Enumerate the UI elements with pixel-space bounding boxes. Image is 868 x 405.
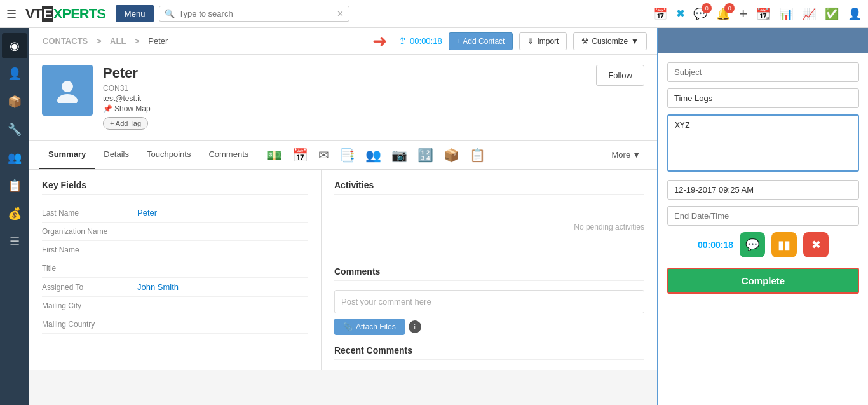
sidebar-item-contacts[interactable]: 👤: [2, 61, 27, 86]
field-assigned-to: Assigned To John Smith: [42, 278, 308, 297]
field-label-title: Title: [42, 264, 137, 273]
sidebar-item-products[interactable]: 📦: [2, 89, 27, 114]
tab-details[interactable]: Details: [95, 141, 138, 169]
timelog-panel: XYZ 00:00:18 💬 ▮▮ ✖ Complete: [657, 28, 868, 405]
chat-icon[interactable]: 💬 0: [693, 7, 707, 21]
top-navigation: ☰ VTEXPERTS Menu 🔍 ✕ 📅 ✖ 💬 0 🔔 0 + 📆 📊 📈…: [0, 0, 868, 28]
tab-touchpoints[interactable]: Touchpoints: [138, 141, 200, 169]
app-logo: VTEXPERTS: [25, 6, 105, 22]
timelog-enddate-input[interactable]: [667, 206, 859, 226]
timelog-description-field: XYZ: [667, 114, 859, 174]
tabs-bar: Summary Details Touchpoints Comments 💵 📅…: [29, 141, 657, 170]
field-title: Title: [42, 259, 308, 278]
contact-id: CON31: [103, 84, 586, 93]
timer-value: 00:00:18: [410, 36, 442, 46]
breadcrumb-all[interactable]: All: [110, 36, 126, 46]
doc-tab-icon[interactable]: 📑: [337, 145, 358, 165]
follow-button[interactable]: Follow: [596, 65, 644, 86]
more-tab[interactable]: More ▼: [606, 141, 648, 168]
content-area: Key Fields Last Name Peter Organization …: [29, 170, 657, 370]
complete-button[interactable]: Complete: [667, 268, 859, 294]
breadcrumb: CONTACTS > All > Peter: [39, 36, 171, 46]
tab-comments[interactable]: Comments: [200, 141, 257, 169]
customize-chevron: ▼: [631, 37, 639, 46]
schedule-icon[interactable]: 📆: [756, 7, 770, 21]
breadcrumb-sep1: >: [97, 36, 104, 46]
attach-files-button[interactable]: 📎 Attach Files: [334, 319, 405, 335]
import-button[interactable]: ⇓ Import: [519, 32, 567, 50]
comments-section: Comments Post your comment here 📎 Attach…: [334, 266, 644, 360]
timelog-header: [658, 28, 868, 53]
contact-avatar: [42, 65, 93, 116]
comment-input[interactable]: Post your comment here: [334, 290, 644, 313]
breadcrumb-current: Peter: [148, 36, 168, 46]
calendar-tab-icon[interactable]: 📅: [290, 145, 311, 165]
timelog-subject-input[interactable]: [667, 62, 859, 82]
timelog-description-textarea[interactable]: XYZ: [667, 114, 859, 172]
field-mailing-city: Mailing City: [42, 297, 308, 315]
grid-tab-icon[interactable]: 📷: [389, 145, 410, 165]
menu-button[interactable]: Menu: [116, 5, 154, 22]
number-tab-icon[interactable]: 🔢: [415, 145, 436, 165]
sidebar-item-tools[interactable]: 🔧: [2, 117, 27, 142]
person-tab-icon[interactable]: 👥: [363, 145, 384, 165]
import-icon: ⇓: [527, 37, 534, 46]
arrow-indicator: ➜: [372, 32, 387, 50]
pause-icon: ▮▮: [778, 238, 790, 252]
timelog-startdate-input[interactable]: [667, 180, 859, 200]
clear-search-icon[interactable]: ✕: [337, 9, 344, 18]
timer-comment-button[interactable]: 💬: [740, 232, 765, 257]
xero-icon[interactable]: ✖: [676, 8, 684, 20]
sidebar-item-user[interactable]: 👥: [2, 145, 27, 170]
dollar-tab-icon[interactable]: 💵: [264, 145, 285, 165]
add-contact-button[interactable]: + Add Contact: [449, 32, 513, 50]
timelog-body: XYZ 00:00:18 💬 ▮▮ ✖ Complete: [658, 53, 868, 303]
timer-display: ⏱ 00:00:18: [398, 36, 442, 46]
user-nav-icon[interactable]: 👤: [848, 7, 862, 21]
tab-summary[interactable]: Summary: [39, 141, 95, 169]
field-value-last-name: Peter: [137, 208, 157, 217]
key-fields-panel: Key Fields Last Name Peter Organization …: [29, 170, 322, 370]
add-icon[interactable]: +: [739, 6, 747, 22]
breadcrumb-root[interactable]: CONTACTS: [43, 36, 88, 46]
field-value-assigned: John Smith: [137, 282, 179, 292]
show-map-link[interactable]: 📌 Show Map: [103, 104, 586, 113]
timelog-type-field: [667, 88, 859, 108]
more-label: More: [612, 150, 631, 160]
bar-chart-icon[interactable]: 📊: [779, 7, 793, 21]
field-mailing-country: Mailing Country: [42, 315, 308, 334]
field-label-assigned: Assigned To: [42, 283, 137, 292]
breadcrumb-bar: CONTACTS > All > Peter ➜ ⏱ 00:00:18 + Ad…: [29, 28, 657, 55]
timer-pause-button[interactable]: ▮▮: [771, 232, 797, 257]
attach-label: Attach Files: [356, 322, 396, 331]
timelog-timer-value: 00:00:18: [698, 240, 733, 250]
customize-label: Customize: [592, 37, 628, 46]
area-chart-icon[interactable]: 📈: [802, 7, 816, 21]
chat-badge: 0: [702, 3, 712, 13]
nav-icons-group: 📅 ✖ 💬 0 🔔 0 + 📆 📊 📈 ✅ 👤: [653, 6, 862, 22]
timelog-type-input[interactable]: [667, 88, 859, 108]
recent-comments-title: Recent Comments: [334, 345, 644, 359]
customize-button[interactable]: ⚒ Customize ▼: [573, 32, 647, 50]
stop-icon: ✖: [811, 238, 821, 252]
logo-x: E: [42, 6, 53, 22]
field-last-name: Last Name Peter: [42, 203, 308, 223]
calendar-nav-icon[interactable]: 📅: [653, 7, 667, 21]
sidebar-item-menu-extra[interactable]: ☰: [2, 229, 27, 254]
mail-tab-icon[interactable]: ✉: [316, 145, 332, 165]
activities-title: Activities: [334, 180, 644, 195]
timelog-subject-field: [667, 62, 859, 82]
sidebar-item-documents[interactable]: 📋: [2, 173, 27, 198]
hamburger-icon[interactable]: ☰: [6, 7, 17, 21]
sidebar-item-finance[interactable]: 💰: [2, 201, 27, 226]
search-input[interactable]: [179, 9, 337, 18]
clipboard-tab-icon[interactable]: 📋: [467, 145, 488, 165]
box-tab-icon[interactable]: 📦: [441, 145, 462, 165]
show-map-label: Show Map: [114, 104, 151, 113]
timer-stop-button[interactable]: ✖: [803, 232, 829, 257]
sidebar-item-dashboard[interactable]: ◉: [2, 33, 27, 58]
bell-icon[interactable]: 🔔 0: [716, 7, 730, 21]
field-org-name: Organization Name: [42, 223, 308, 241]
add-tag-button[interactable]: + Add Tag: [103, 117, 148, 130]
checklist-icon[interactable]: ✅: [825, 7, 839, 21]
